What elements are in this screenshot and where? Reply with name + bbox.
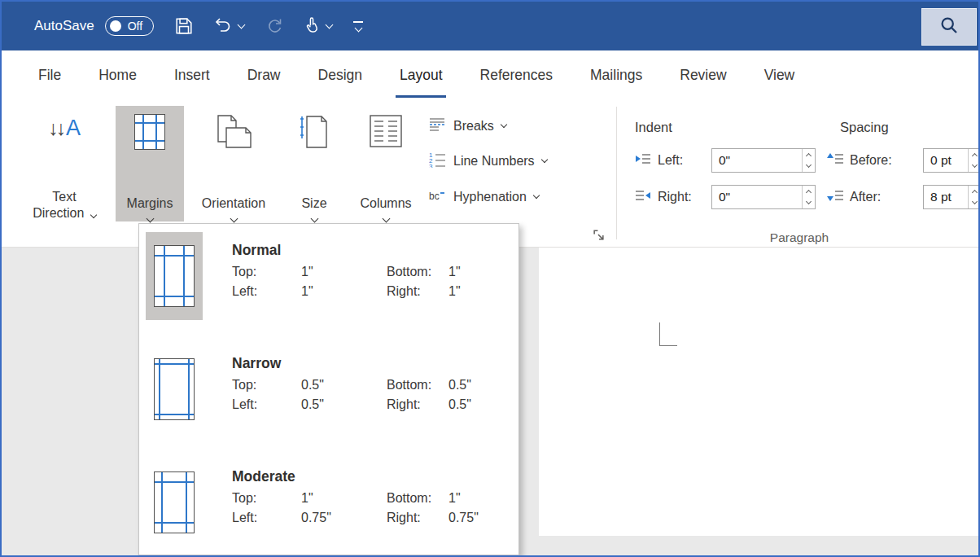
search-icon	[939, 15, 959, 38]
tab-mailings[interactable]: Mailings	[571, 50, 661, 100]
tab-home[interactable]: Home	[80, 50, 155, 100]
top-value: 0.5"	[301, 378, 387, 393]
text-direction-label-2: Direction	[33, 206, 84, 220]
spacing-before-value[interactable]: 0 pt	[924, 149, 968, 172]
tab-layout[interactable]: Layout	[381, 50, 462, 100]
columns-button[interactable]: Columns	[348, 106, 423, 221]
margins-dropdown-chevron-icon	[146, 215, 154, 223]
left-label: Left:	[232, 397, 301, 412]
spacing-before-label: Before:	[850, 153, 892, 168]
tab-design[interactable]: Design	[300, 50, 381, 100]
top-value: 1"	[301, 265, 387, 279]
touch-mode-chevron-icon	[326, 20, 334, 29]
spacing-group-label: Spacing	[840, 120, 889, 135]
spacing-before-row: Before: 0 pt	[827, 152, 892, 169]
margins-normal-selected-highlight	[146, 232, 203, 320]
text-direction-label-1: Text	[52, 190, 76, 204]
left-value: 0.75"	[301, 511, 387, 525]
word-window: AutoSave Off	[0, 0, 980, 557]
undo-dropdown-chevron-icon	[238, 20, 246, 29]
margins-option-normal[interactable]: Normal Top: 1" Bottom: 1" Left: 1" Right…	[139, 224, 518, 337]
bottom-value: 0.5"	[448, 378, 471, 393]
customize-quick-access-icon[interactable]	[353, 21, 363, 31]
touch-mouse-mode-button[interactable]	[304, 16, 332, 37]
autosave-label: AutoSave	[34, 18, 94, 34]
top-value: 1"	[301, 491, 387, 506]
spacing-before-input[interactable]: 0 pt	[923, 148, 980, 173]
margins-button-label: Margins	[127, 195, 173, 212]
margins-option-title: Moderate	[232, 468, 479, 485]
orientation-button-label: Orientation	[202, 195, 265, 212]
margins-option-title: Normal	[232, 242, 461, 259]
indent-left-value[interactable]: 0"	[712, 149, 802, 172]
columns-icon	[369, 114, 403, 151]
top-label: Top:	[232, 491, 301, 506]
spacing-after-spinner[interactable]	[968, 186, 980, 208]
group-separator	[616, 107, 617, 239]
orientation-icon	[213, 114, 254, 153]
indent-right-row: Right: 0"	[635, 189, 692, 205]
right-value: 1"	[448, 284, 461, 299]
margins-option-narrow[interactable]: Narrow Top: 0.5" Bottom: 0.5" Left: 0.5"…	[139, 337, 518, 450]
top-label: Top:	[232, 265, 301, 279]
indent-left-label: Left:	[658, 153, 683, 168]
margins-dropdown-menu: Normal Top: 1" Bottom: 1" Left: 1" Right…	[138, 223, 519, 555]
indent-left-input[interactable]: 0"	[711, 148, 816, 173]
hyphenation-button[interactable]: bc Hyphenation	[428, 185, 539, 209]
indent-left-spinner[interactable]	[802, 149, 815, 172]
svg-text:bc: bc	[429, 191, 440, 202]
right-label: Right:	[387, 284, 448, 299]
save-icon[interactable]	[175, 17, 193, 35]
breaks-button[interactable]: Breaks	[428, 114, 506, 138]
tab-view[interactable]: View	[746, 50, 814, 100]
orientation-dropdown-chevron-icon	[230, 215, 238, 223]
tab-insert[interactable]: Insert	[155, 50, 229, 100]
tab-draw[interactable]: Draw	[229, 50, 300, 100]
spacing-before-spinner[interactable]	[968, 149, 980, 172]
indent-right-input[interactable]: 0"	[711, 185, 816, 209]
autosave-toggle-knob	[110, 20, 121, 32]
columns-button-label: Columns	[360, 195, 411, 212]
autosave-toggle[interactable]: Off	[105, 16, 154, 36]
margins-icon	[134, 114, 165, 150]
touch-mode-icon	[304, 16, 320, 37]
indent-left-row: Left: 0"	[635, 152, 683, 169]
paragraph-group-label: Paragraph	[620, 230, 978, 245]
left-label: Left:	[232, 284, 301, 299]
spacing-after-value[interactable]: 8 pt	[924, 186, 968, 208]
bottom-label: Bottom:	[387, 491, 448, 506]
bottom-label: Bottom:	[387, 265, 448, 279]
margins-option-moderate[interactable]: Moderate Top: 1" Bottom: 1" Left: 0.75" …	[139, 450, 518, 557]
undo-button[interactable]	[214, 16, 244, 37]
size-button[interactable]: Size	[283, 106, 345, 221]
margins-moderate-icon	[154, 471, 195, 533]
spacing-after-label: After:	[850, 190, 881, 204]
page-setup-dialog-launcher-icon[interactable]	[593, 229, 605, 244]
text-direction-button[interactable]: ↓↓A Text Direction	[16, 106, 112, 221]
spacing-after-row: After: 8 pt	[827, 189, 881, 205]
margins-button[interactable]: Margins	[116, 106, 184, 221]
indent-right-spinner[interactable]	[802, 186, 815, 208]
tab-references[interactable]: References	[462, 50, 572, 100]
indent-right-icon	[635, 189, 651, 205]
breaks-label: Breaks	[453, 119, 494, 134]
tab-review[interactable]: Review	[661, 50, 745, 100]
ribbon-tab-bar: File Home Insert Draw Design Layout Refe…	[2, 50, 978, 100]
line-numbers-button[interactable]: 123 Line Numbers	[428, 149, 547, 173]
title-bar: AutoSave Off	[2, 2, 978, 50]
left-label: Left:	[232, 511, 301, 525]
orientation-button[interactable]: Orientation	[187, 106, 280, 221]
spacing-after-icon	[827, 189, 843, 205]
indent-right-value[interactable]: 0"	[712, 186, 802, 208]
search-button[interactable]	[921, 8, 977, 46]
svg-text:3: 3	[429, 163, 433, 168]
line-numbers-icon: 123	[428, 151, 446, 171]
spacing-after-input[interactable]: 8 pt	[923, 185, 980, 209]
breaks-icon	[428, 117, 446, 135]
size-button-label: Size	[301, 195, 326, 212]
autosave-state: Off	[128, 20, 142, 33]
margins-narrow-icon	[154, 358, 195, 420]
document-page[interactable]	[539, 248, 978, 536]
tab-file[interactable]: File	[20, 50, 80, 100]
bottom-value: 1"	[448, 491, 479, 506]
